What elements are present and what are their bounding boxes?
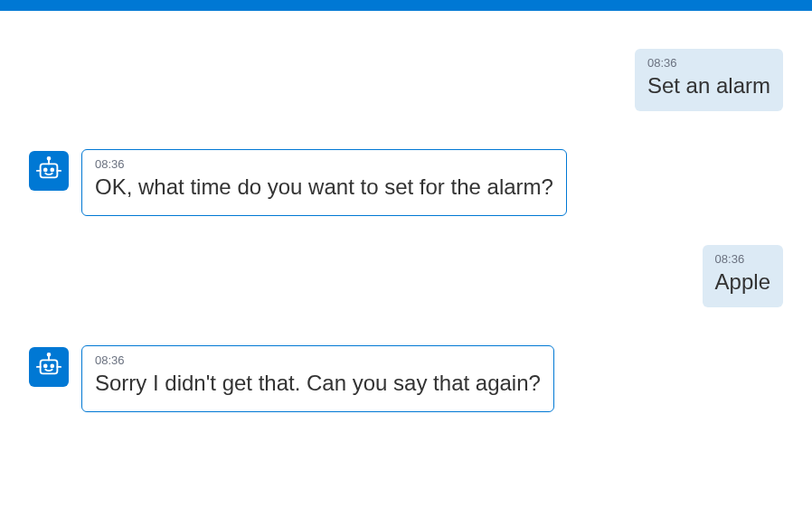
bot-message-bubble[interactable]: 08:36 Sorry I didn't get that. Can you s… (81, 345, 554, 411)
bot-avatar (29, 347, 69, 387)
message-row-bot: 08:36 OK, what time do you want to set f… (29, 149, 783, 215)
svg-point-5 (44, 169, 47, 172)
bot-icon (35, 155, 62, 186)
message-timestamp: 08:36 (647, 56, 770, 70)
message-text: Set an alarm (647, 71, 770, 100)
message-timestamp: 08:36 (95, 157, 553, 171)
bot-icon (35, 352, 62, 382)
chat-container: 08:36 Set an alarm 08:36 OK, wha (0, 11, 812, 412)
message-row-bot: 08:36 Sorry I didn't get that. Can you s… (29, 345, 783, 411)
message-text: Apple (715, 268, 770, 296)
svg-point-12 (44, 365, 47, 368)
svg-point-13 (51, 365, 53, 368)
message-timestamp: 08:36 (95, 353, 541, 367)
svg-rect-7 (41, 361, 58, 374)
message-row-user: 08:36 Set an alarm (29, 49, 783, 111)
message-text: OK, what time do you want to set for the… (95, 173, 553, 202)
message-timestamp: 08:36 (715, 252, 770, 266)
top-bar (0, 0, 812, 11)
bot-avatar (29, 151, 69, 191)
svg-point-9 (48, 353, 51, 356)
message-row-user: 08:36 Apple (29, 245, 783, 307)
bot-message-bubble[interactable]: 08:36 OK, what time do you want to set f… (81, 149, 567, 215)
svg-point-2 (48, 157, 51, 160)
svg-point-6 (51, 169, 53, 172)
user-message-bubble[interactable]: 08:36 Apple (703, 245, 783, 307)
svg-rect-0 (41, 165, 58, 178)
user-message-bubble[interactable]: 08:36 Set an alarm (635, 49, 783, 111)
message-text: Sorry I didn't get that. Can you say tha… (95, 369, 541, 398)
